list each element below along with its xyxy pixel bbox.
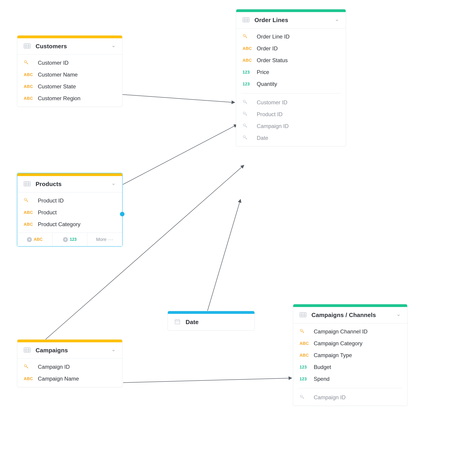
add-text-field-button[interactable]: +ABC <box>17 233 53 246</box>
svg-line-13 <box>246 114 247 115</box>
svg-line-46 <box>26 366 28 368</box>
field-row[interactable]: 123Spend <box>293 373 407 385</box>
field-row[interactable]: ABCCampaign Type <box>293 349 407 361</box>
field-label: Order Status <box>257 57 288 64</box>
field-row[interactable]: Campaign ID <box>236 120 346 132</box>
schema-canvas[interactable]: Order Lines Order Line ID ABCOrder ID AB… <box>0 0 456 476</box>
node-header[interactable]: Customers <box>17 38 122 55</box>
abc-icon: ABC <box>24 72 33 77</box>
collapse-button[interactable] <box>396 313 401 317</box>
field-row[interactable]: Customer ID <box>17 57 122 69</box>
connection-handle[interactable] <box>120 212 124 216</box>
field-label: Quantity <box>257 81 277 87</box>
field-row[interactable]: ABCCampaign Name <box>17 373 122 385</box>
field-label: Customer ID <box>38 60 69 66</box>
number-icon: 123 <box>300 365 309 370</box>
number-icon: 123 <box>70 237 77 242</box>
collapse-button[interactable] <box>111 44 116 49</box>
node-header[interactable]: Order Lines <box>236 12 346 28</box>
node-title: Date <box>186 319 248 326</box>
node-date[interactable]: Date <box>167 311 255 331</box>
svg-line-10 <box>246 102 247 103</box>
node-title: Order Lines <box>254 17 330 24</box>
foreign-key-icon <box>243 123 252 129</box>
svg-line-54 <box>302 331 304 333</box>
field-row[interactable]: Date <box>236 132 346 144</box>
svg-rect-36 <box>175 320 180 324</box>
node-campaigns-channels[interactable]: Campaigns / Channels Campaign Channel ID… <box>293 304 407 406</box>
field-row[interactable]: ABCCustomer Name <box>17 69 122 81</box>
node-header[interactable]: Products <box>17 176 122 192</box>
node-footer: +ABC +123 More ··· <box>17 232 122 246</box>
accent-bar <box>293 304 407 307</box>
node-order-lines[interactable]: Order Lines Order Line ID ABCOrder ID AB… <box>236 9 346 146</box>
field-row[interactable]: Campaign ID <box>17 361 122 373</box>
field-row[interactable]: Product ID <box>17 195 122 207</box>
field-row[interactable]: ABCCustomer Region <box>17 93 122 104</box>
add-number-field-button[interactable]: +123 <box>53 233 88 246</box>
abc-icon: ABC <box>24 222 33 227</box>
edge-campaigns-channels <box>123 378 292 383</box>
field-label: Campaign Type <box>314 352 352 358</box>
field-row[interactable]: ABCProduct Category <box>17 218 122 230</box>
svg-rect-28 <box>24 181 30 186</box>
abc-icon: ABC <box>300 341 309 346</box>
field-label: Product ID <box>257 111 282 118</box>
node-title: Customers <box>35 43 106 50</box>
field-row[interactable]: ABCOrder Status <box>236 54 346 66</box>
abc-icon: ABC <box>243 58 252 63</box>
field-row[interactable]: Order Line ID <box>236 31 346 42</box>
svg-rect-40 <box>24 348 30 352</box>
field-row[interactable]: 123Price <box>236 66 346 78</box>
svg-line-16 <box>246 126 247 127</box>
table-icon <box>24 43 31 50</box>
svg-line-6 <box>245 36 247 38</box>
field-label: Spend <box>314 376 329 382</box>
svg-line-18 <box>245 137 247 139</box>
edge-customers-orderlines <box>123 94 235 102</box>
field-label: Campaign Name <box>38 375 79 382</box>
field-row[interactable]: 123Quantity <box>236 78 346 90</box>
field-row[interactable]: Customer ID <box>236 97 346 108</box>
field-row[interactable]: Campaign Channel ID <box>293 326 407 338</box>
field-label: Product ID <box>38 197 64 204</box>
field-label: Budget <box>314 364 331 370</box>
node-products[interactable]: Products Product ID ABCProduct ABCProduc… <box>17 173 123 246</box>
field-label: Campaign ID <box>38 364 70 370</box>
collapse-button[interactable] <box>335 18 339 23</box>
field-label: Date <box>257 135 268 141</box>
svg-line-26 <box>26 62 28 64</box>
foreign-key-icon <box>243 111 252 118</box>
field-row[interactable]: 123Budget <box>293 361 407 373</box>
svg-point-56 <box>300 395 302 397</box>
field-row[interactable]: ABCCampaign Category <box>293 338 407 349</box>
field-row[interactable]: ABCOrder ID <box>236 42 346 54</box>
node-header[interactable]: Campaigns <box>17 342 122 359</box>
field-label: Order ID <box>257 45 278 52</box>
abc-icon: ABC <box>300 353 309 358</box>
key-icon <box>24 198 33 204</box>
field-label: Campaign Category <box>314 340 362 347</box>
plus-icon: + <box>63 237 68 242</box>
accent-bar <box>236 9 346 12</box>
svg-rect-20 <box>24 44 30 48</box>
node-header[interactable]: Date <box>168 314 254 330</box>
field-row[interactable]: Campaign ID <box>293 391 407 403</box>
collapse-button[interactable] <box>111 348 116 353</box>
svg-line-15 <box>245 126 247 128</box>
number-icon: 123 <box>243 82 252 86</box>
ellipsis-icon: ··· <box>108 237 114 242</box>
node-header[interactable]: Campaigns / Channels <box>293 307 407 323</box>
node-customers[interactable]: Customers Customer ID ABCCustomer Name A… <box>17 35 123 107</box>
collapse-button[interactable] <box>111 182 116 187</box>
field-row[interactable]: ABCCustomer State <box>17 81 122 93</box>
node-campaigns[interactable]: Campaigns Campaign ID ABCCampaign Name <box>17 339 123 387</box>
number-icon: 123 <box>300 377 309 382</box>
svg-point-8 <box>243 100 245 102</box>
field-row[interactable]: Product ID <box>236 108 346 120</box>
field-label: Campaign Channel ID <box>314 328 368 335</box>
svg-line-27 <box>27 63 28 63</box>
more-button[interactable]: More ··· <box>87 233 122 246</box>
field-row[interactable]: ABCProduct <box>17 207 122 218</box>
svg-point-14 <box>243 124 245 126</box>
